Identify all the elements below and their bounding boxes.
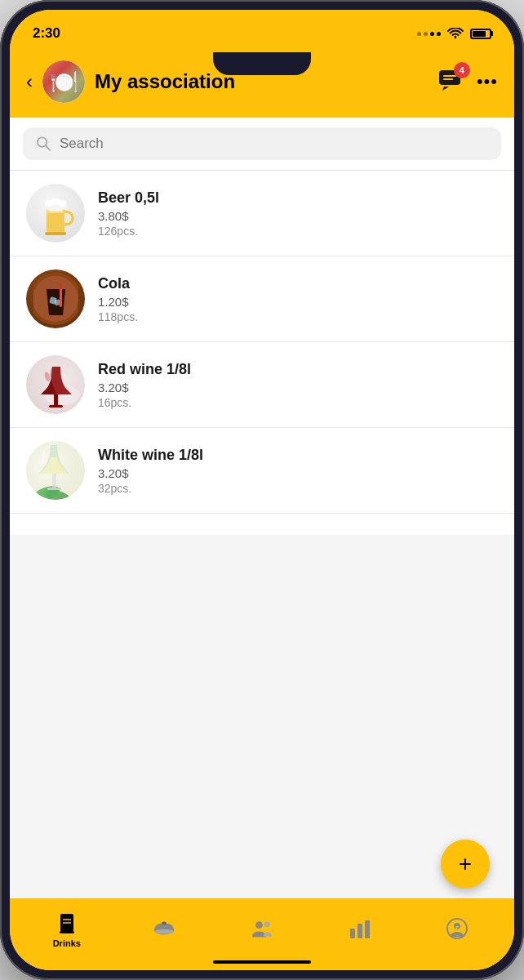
more-menu-button[interactable]: ••• <box>477 71 498 92</box>
list-item[interactable]: Beer 0,5l 3.80$ 126pcs. <box>10 171 514 256</box>
signal-icon <box>417 32 441 36</box>
product-stock: 16pcs. <box>98 396 498 409</box>
product-image-redwine <box>26 355 85 414</box>
notch <box>213 52 311 75</box>
product-stock: 118pcs. <box>98 310 498 323</box>
profile-icon: € <box>446 917 468 940</box>
svg-rect-18 <box>60 283 62 289</box>
svg-rect-40 <box>365 920 370 938</box>
product-price: 3.20$ <box>98 381 498 394</box>
search-bar[interactable] <box>23 127 501 160</box>
svg-point-35 <box>162 922 167 925</box>
back-button[interactable]: ‹ <box>26 72 33 91</box>
notification-badge: 4 <box>454 62 470 78</box>
sidebar-item-stats[interactable] <box>311 917 409 943</box>
product-stock: 126pcs. <box>98 225 498 238</box>
product-name: Red wine 1/8l <box>98 361 498 378</box>
nav-label-drinks: Drinks <box>53 938 81 948</box>
svg-rect-32 <box>60 931 74 933</box>
product-image-cola <box>26 270 85 328</box>
stats-icon <box>349 917 371 940</box>
sidebar-item-food[interactable] <box>116 917 214 943</box>
sidebar-item-profile[interactable]: € <box>408 917 506 943</box>
svg-point-22 <box>43 371 51 381</box>
battery-icon <box>470 29 491 39</box>
chat-button[interactable]: 4 <box>437 69 464 95</box>
product-price: 1.20$ <box>98 295 498 309</box>
product-info-cola: Cola 1.20$ 118pcs. <box>98 275 498 323</box>
product-stock: 32pcs. <box>98 482 498 495</box>
product-image-beer <box>26 184 85 243</box>
members-icon <box>251 917 273 940</box>
search-container <box>10 118 514 171</box>
svg-rect-12 <box>45 232 66 235</box>
product-info-beer: Beer 0,5l 3.80$ 126pcs. <box>98 189 498 238</box>
svg-rect-26 <box>52 474 56 488</box>
svg-rect-39 <box>357 924 362 938</box>
search-input[interactable] <box>60 136 488 152</box>
home-indicator <box>213 960 311 964</box>
svg-text:€: € <box>455 924 460 932</box>
wifi-icon <box>447 28 464 40</box>
status-bar: 2:30 <box>10 10 514 52</box>
product-name: White wine 1/8l <box>98 447 498 464</box>
product-name: Beer 0,5l <box>98 189 498 207</box>
food-icon <box>153 917 175 940</box>
product-info-redwine: Red wine 1/8l 3.20$ 16pcs. <box>98 361 498 409</box>
product-list: Beer 0,5l 3.80$ 126pcs. <box>10 171 514 535</box>
bottom-navigation: Drinks <box>10 898 514 970</box>
svg-point-4 <box>38 137 47 146</box>
list-item[interactable]: Cola 1.20$ 118pcs. <box>10 256 514 342</box>
svg-rect-38 <box>350 929 355 938</box>
list-item[interactable]: Red wine 1/8l 3.20$ 16pcs. <box>10 342 514 428</box>
sidebar-item-members[interactable] <box>213 917 311 943</box>
product-price: 3.20$ <box>98 466 498 480</box>
add-button[interactable]: + <box>441 840 490 889</box>
phone-screen: 2:30 <box>10 10 514 970</box>
list-item[interactable]: White wine 1/8l 3.20$ 32pcs. <box>10 428 514 514</box>
svg-point-34 <box>154 929 174 934</box>
product-name: Cola <box>98 275 498 292</box>
status-icons <box>417 28 491 40</box>
status-time: 2:30 <box>33 25 60 42</box>
product-price: 3.80$ <box>98 209 498 223</box>
svg-rect-27 <box>47 488 61 490</box>
svg-point-37 <box>264 921 270 927</box>
svg-point-11 <box>58 200 66 207</box>
header-actions: 4 ••• <box>437 69 498 95</box>
svg-rect-29 <box>61 915 73 921</box>
product-info-whitewine: White wine 1/8l 3.20$ 32pcs. <box>98 447 498 495</box>
drinks-icon <box>56 912 78 935</box>
svg-line-5 <box>46 146 50 150</box>
product-image-whitewine <box>26 441 85 500</box>
sidebar-item-drinks[interactable]: Drinks <box>18 912 116 948</box>
empty-content-area <box>10 535 514 899</box>
phone-frame: 2:30 <box>0 0 524 980</box>
search-icon <box>36 136 51 152</box>
avatar <box>42 60 85 103</box>
svg-point-36 <box>255 921 263 929</box>
svg-rect-21 <box>49 405 63 408</box>
svg-rect-20 <box>54 394 58 406</box>
